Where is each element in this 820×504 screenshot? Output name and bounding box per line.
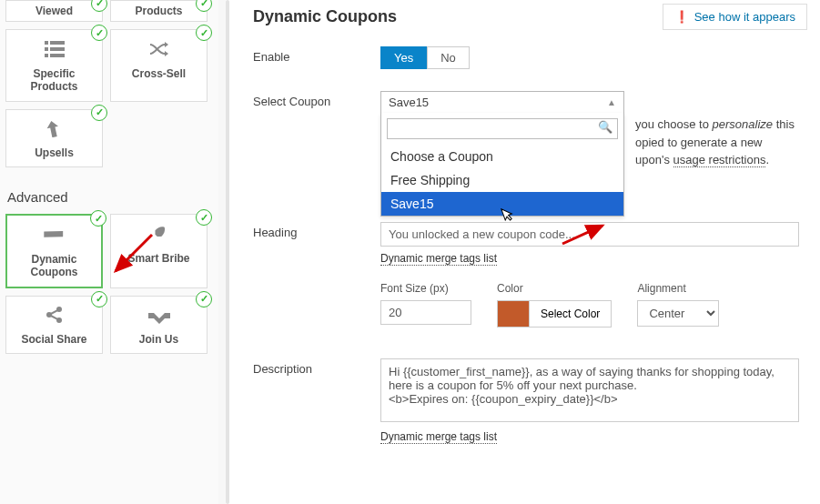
merge-tags-link[interactable]: Dynamic merge tags list xyxy=(380,430,497,444)
tile-label: Specific Products xyxy=(10,67,98,94)
svg-rect-2 xyxy=(45,47,48,51)
svg-rect-3 xyxy=(50,47,65,51)
sidebar: Viewed ✓ Products ✓ Specific Products ✓ … xyxy=(0,0,218,504)
color-swatch xyxy=(498,301,529,327)
tile-products[interactable]: Products ✓ xyxy=(110,0,208,22)
check-icon: ✓ xyxy=(91,0,107,12)
color-picker[interactable]: Select Color xyxy=(497,300,612,328)
chevron-up-icon: ▲ xyxy=(607,97,616,107)
see-how-button[interactable]: ❗ See how it appears xyxy=(663,4,807,30)
select-color-button[interactable]: Select Color xyxy=(529,301,611,327)
tile-label: Smart Bribe xyxy=(115,252,203,265)
description-textarea[interactable] xyxy=(380,358,799,422)
svg-rect-0 xyxy=(45,41,48,45)
tile-label: Cross-Sell xyxy=(115,67,203,80)
list-icon xyxy=(10,39,98,63)
check-icon: ✓ xyxy=(196,0,212,12)
font-size-input[interactable] xyxy=(380,300,471,325)
coupon-select[interactable]: Save15 ▲ xyxy=(380,91,624,114)
check-icon: ✓ xyxy=(196,291,212,307)
svg-rect-1 xyxy=(50,41,65,45)
coupon-search-input[interactable] xyxy=(387,118,618,139)
check-icon: ✓ xyxy=(91,105,107,121)
coupon-helper-text: you choose to personalize this opied to … xyxy=(635,116,802,169)
coupon-option[interactable]: Free Shipping xyxy=(381,168,623,192)
share-icon xyxy=(10,306,98,329)
tile-specific-products[interactable]: Specific Products ✓ xyxy=(5,29,103,101)
check-icon: ✓ xyxy=(90,210,106,227)
tile-label: Dynamic Coupons xyxy=(11,253,97,279)
check-icon: ✓ xyxy=(91,25,107,41)
tile-viewed[interactable]: Viewed ✓ xyxy=(5,0,103,22)
enable-yes[interactable]: Yes xyxy=(380,46,427,69)
usage-restrictions-link[interactable]: usage restrictions xyxy=(673,153,766,167)
rocket-icon xyxy=(115,224,203,247)
tile-label: Products xyxy=(115,5,203,17)
tile-social-share[interactable]: Social Share ✓ xyxy=(5,296,103,355)
color-label: Color xyxy=(497,282,612,295)
check-icon: ✓ xyxy=(91,291,107,307)
warning-icon: ❗ xyxy=(674,10,689,24)
select-coupon-label: Select Coupon xyxy=(253,91,380,108)
enable-toggle[interactable]: Yes No xyxy=(380,46,470,69)
tile-join-us[interactable]: Join Us ✓ xyxy=(110,296,208,355)
check-icon: ✓ xyxy=(196,25,212,41)
enable-label: Enable xyxy=(253,46,380,64)
alignment-select[interactable]: Center xyxy=(637,300,719,327)
main-panel: Dynamic Coupons ❗ See how it appears Ena… xyxy=(226,0,820,504)
alignment-label: Alignment xyxy=(637,282,719,295)
coupon-selected-value: Save15 xyxy=(389,96,429,109)
tile-upsells[interactable]: Upsells ✓ xyxy=(5,109,103,168)
ticket-icon xyxy=(11,225,97,248)
shuffle-icon xyxy=(115,39,203,63)
svg-rect-4 xyxy=(45,54,48,57)
coupon-dropdown-panel: 🔍 Choose a Coupon Free Shipping Save15 xyxy=(380,113,624,217)
svg-rect-10 xyxy=(48,314,59,320)
font-size-label: Font Size (px) xyxy=(380,282,471,295)
svg-rect-5 xyxy=(50,54,65,57)
merge-tags-link[interactable]: Dynamic merge tags list xyxy=(380,252,497,266)
check-icon: ✓ xyxy=(196,209,212,226)
handshake-icon xyxy=(115,306,203,329)
description-label: Description xyxy=(253,358,380,376)
tile-label: Join Us xyxy=(115,333,203,346)
tile-cross-sell[interactable]: Cross-Sell ✓ xyxy=(110,29,208,101)
advanced-heading: Advanced xyxy=(7,189,213,205)
tile-dynamic-coupons[interactable]: Dynamic Coupons ✓ xyxy=(5,214,103,287)
tile-label: Upsells xyxy=(10,146,98,159)
arrow-up-icon xyxy=(10,119,98,143)
coupon-option[interactable]: Choose a Coupon xyxy=(381,145,623,168)
enable-no[interactable]: No xyxy=(427,46,470,69)
tile-label: Social Share xyxy=(10,333,98,346)
tile-label: Viewed xyxy=(10,5,98,17)
heading-input[interactable] xyxy=(380,222,799,247)
see-how-label: See how it appears xyxy=(694,10,795,24)
scrollbar[interactable] xyxy=(226,0,229,504)
heading-label: Heading xyxy=(253,222,380,239)
tile-smart-bribe[interactable]: Smart Bribe ✓ xyxy=(110,214,208,287)
